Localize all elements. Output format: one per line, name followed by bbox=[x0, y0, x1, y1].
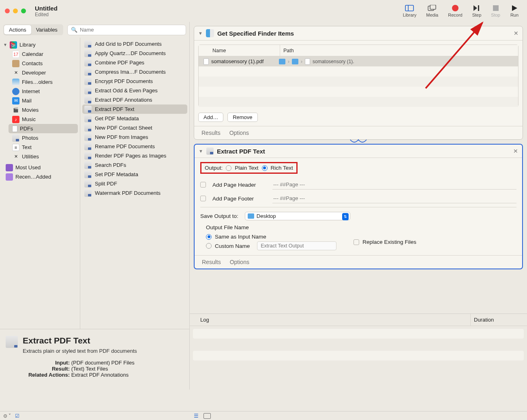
lib-movies[interactable]: 🎬Movies bbox=[6, 105, 80, 115]
play-icon bbox=[510, 4, 519, 12]
stop-button: Stop bbox=[491, 4, 500, 17]
run-button[interactable]: Run bbox=[510, 4, 519, 17]
media-button[interactable]: Media bbox=[426, 4, 438, 17]
action-item[interactable]: Split PDF bbox=[80, 179, 189, 188]
log-header[interactable]: Log bbox=[190, 317, 470, 323]
remove-button[interactable]: Remove bbox=[227, 113, 257, 122]
duration-header[interactable]: Duration bbox=[470, 314, 527, 326]
radio-plain-text[interactable] bbox=[226, 165, 231, 171]
action-item[interactable]: Render PDF Pages as Images bbox=[80, 151, 189, 160]
lib-music[interactable]: ♪Music bbox=[6, 115, 80, 124]
checkbox-page-header[interactable] bbox=[200, 182, 206, 188]
search-field[interactable]: 🔍 bbox=[67, 25, 186, 35]
checkbox-page-footer[interactable] bbox=[200, 196, 206, 201]
disclosure-icon[interactable]: ▼ bbox=[198, 31, 203, 36]
pdf-action-icon bbox=[84, 152, 92, 160]
titlebar: Untitled Edited Library Media Record Ste… bbox=[0, 0, 527, 22]
action-item[interactable]: Extract Odd & Even Pages bbox=[80, 86, 189, 95]
save-output-popup[interactable]: Desktop ⇅ bbox=[245, 212, 350, 220]
pdf-action-icon bbox=[84, 180, 92, 188]
pdf-action-icon bbox=[84, 87, 92, 94]
radio-rich-text[interactable] bbox=[262, 165, 268, 171]
library-header[interactable]: ▼ 📚 Library bbox=[0, 40, 80, 49]
close-icon[interactable]: ✕ bbox=[513, 148, 518, 154]
lib-photos[interactable]: Photos bbox=[6, 133, 80, 143]
options-tab[interactable]: Options bbox=[229, 130, 249, 136]
action-item[interactable]: Watermark PDF Documents bbox=[80, 188, 189, 198]
save-output-label: Save Output to: bbox=[200, 213, 238, 219]
svg-rect-3 bbox=[430, 5, 436, 9]
close-icon[interactable]: ✕ bbox=[514, 30, 518, 36]
tab-variables[interactable]: Variables bbox=[31, 25, 62, 34]
lib-contacts[interactable]: Contacts bbox=[6, 59, 80, 68]
radio-same-name[interactable] bbox=[206, 234, 212, 240]
page-footer-field[interactable] bbox=[272, 194, 516, 203]
action-get-specified-finder-items: ▼ Get Specified Finder Items ✕ Name Path… bbox=[194, 26, 523, 140]
results-tab[interactable]: Results bbox=[202, 259, 221, 265]
lib-pdfs[interactable]: PDFs bbox=[9, 124, 78, 133]
step-button[interactable]: Step bbox=[472, 4, 482, 17]
action-large-icon bbox=[6, 336, 18, 348]
title-block: Untitled Edited bbox=[35, 5, 58, 17]
search-icon: 🔍 bbox=[71, 27, 77, 33]
add-button[interactable]: Add… bbox=[198, 113, 223, 122]
action-item[interactable]: New PDF Contact Sheet bbox=[80, 123, 189, 132]
lib-calendar[interactable]: 17Calendar bbox=[6, 49, 80, 59]
lib-recently-added[interactable]: Recen…Added bbox=[0, 172, 80, 181]
action-item[interactable]: Extract PDF Text bbox=[82, 104, 187, 114]
checkbox-status-icon[interactable]: ☑ bbox=[15, 413, 19, 419]
list-view-icon[interactable]: ☰ bbox=[194, 413, 199, 419]
radio-custom-name[interactable] bbox=[206, 243, 212, 249]
minimize-window-icon[interactable] bbox=[13, 9, 18, 13]
svg-rect-6 bbox=[478, 5, 479, 11]
table-header: Name Path bbox=[199, 45, 518, 56]
action-item[interactable]: Get PDF Metadata bbox=[80, 114, 189, 123]
disclosure-icon[interactable]: ▼ bbox=[199, 149, 203, 154]
action-item[interactable]: Search PDFs bbox=[80, 160, 189, 170]
left-status-bar: ⊝ ˅ ☑ bbox=[0, 411, 190, 420]
lib-mail[interactable]: ✉Mail bbox=[6, 96, 80, 105]
settings-icon[interactable]: ⊝ ˅ bbox=[3, 413, 11, 419]
record-button[interactable]: Record bbox=[448, 4, 462, 17]
svg-marker-5 bbox=[473, 5, 477, 11]
table-row[interactable]: somatosensory (1).pdf › › somatosensory … bbox=[199, 56, 518, 66]
close-window-icon[interactable] bbox=[5, 9, 10, 13]
search-input[interactable] bbox=[80, 27, 182, 33]
lib-developer[interactable]: ✕Developer bbox=[6, 68, 80, 77]
log-row bbox=[193, 362, 524, 371]
folder-icon bbox=[279, 59, 285, 64]
lib-utilities[interactable]: ✕Utilities bbox=[6, 152, 80, 161]
output-file-name-label: Output File Name bbox=[206, 224, 516, 230]
action-item[interactable]: Compress Ima…F Documents bbox=[80, 67, 189, 77]
workflow-canvas[interactable]: ▼ Get Specified Finder Items ✕ Name Path… bbox=[190, 22, 527, 313]
actions-list: Add Grid to PDF DocumentsApply Quartz…DF… bbox=[80, 38, 189, 329]
options-tab[interactable]: Options bbox=[230, 259, 249, 265]
action-item[interactable]: Apply Quartz…DF Documents bbox=[80, 49, 189, 58]
stop-icon bbox=[491, 4, 500, 12]
action-item[interactable]: Set PDF Metadata bbox=[80, 170, 189, 179]
info-title: Extract PDF Text bbox=[23, 336, 184, 345]
lib-internet[interactable]: Internet bbox=[6, 87, 80, 96]
checkbox-replace-existing[interactable] bbox=[353, 239, 359, 245]
library-button[interactable]: Library bbox=[403, 4, 417, 17]
flow-view-icon[interactable] bbox=[204, 413, 211, 419]
lib-most-used[interactable]: Most Used bbox=[0, 163, 80, 172]
action-item[interactable]: Encrypt PDF Documents bbox=[80, 77, 189, 86]
action-item[interactable]: New PDF from Images bbox=[80, 132, 189, 142]
action-item[interactable]: Add Grid to PDF Documents bbox=[80, 39, 189, 49]
zoom-window-icon[interactable] bbox=[21, 9, 26, 13]
action-item[interactable]: Combine PDF Pages bbox=[80, 58, 189, 67]
action-item[interactable]: Extract PDF Annotations bbox=[80, 95, 189, 104]
action-item[interactable]: Rename PDF Documents bbox=[80, 142, 189, 151]
custom-name-field[interactable] bbox=[257, 241, 336, 250]
log-row bbox=[193, 351, 524, 360]
lib-files[interactable]: Files…olders bbox=[6, 77, 80, 87]
results-tab[interactable]: Results bbox=[201, 130, 221, 136]
folder-icon bbox=[248, 213, 254, 219]
tab-actions[interactable]: Actions bbox=[4, 25, 31, 34]
document-icon bbox=[12, 126, 17, 132]
page-header-field[interactable] bbox=[272, 180, 516, 190]
disclosure-icon[interactable]: ▼ bbox=[3, 43, 7, 47]
lib-text[interactable]: ≡Text bbox=[6, 143, 80, 152]
pdf-file-icon bbox=[204, 58, 209, 65]
